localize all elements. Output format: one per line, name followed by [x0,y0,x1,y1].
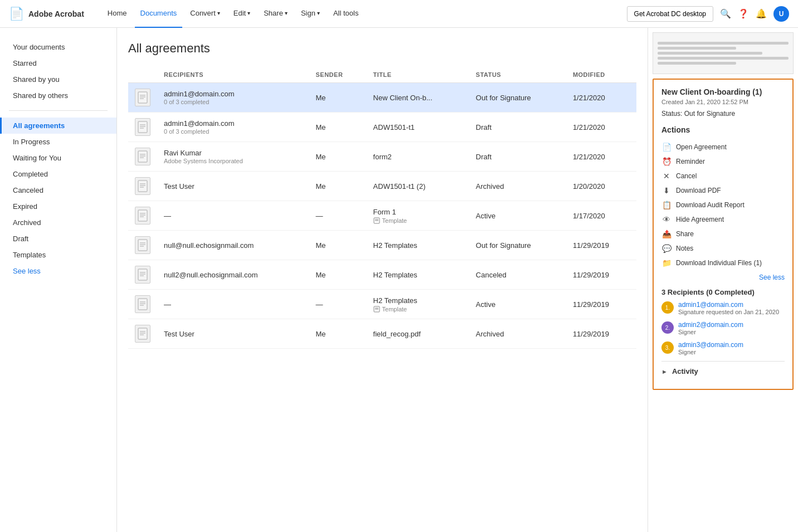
recipient-name: Test User [164,182,303,191]
sender-cell: — [309,201,367,231]
svg-rect-31 [138,299,147,310]
table-row[interactable]: admin1@domain.com0 of 3 completedMeNew C… [128,83,636,113]
share-chevron-icon: ▾ [285,10,288,16]
actions-list: 📄Open Agreement⏰Reminder✕Cancel⬇Download… [661,140,785,270]
recipients-title: 3 Recipients (0 Completed) [661,288,785,296]
table-row[interactable]: ——Form 1 TemplateActive1/17/2020 [128,201,636,231]
modified-cell: 1/21/2020 [566,113,636,142]
col-status[interactable]: STATUS [469,67,566,83]
recipient-info-1: admin2@domain.com Signer [678,321,743,335]
action-item-2[interactable]: ✕Cancel [661,169,785,183]
action-item-6[interactable]: 📤Share [661,227,785,241]
action-label-0: Open Agreement [676,143,727,151]
detail-created: Created Jan 21, 2020 12:52 PM [661,99,785,105]
recipient-sub: 0 of 3 completed [164,99,303,105]
recipient-name: Test User [164,330,303,338]
doc-icon-cell [128,260,157,290]
sign-chevron-icon: ▾ [317,10,320,16]
svg-rect-38 [138,328,147,339]
sender-cell: Me [309,142,367,172]
doc-icon-cell [128,172,157,201]
sidebar-item-in-progress[interactable]: In Progress [0,134,116,150]
recipient-item-2: 3. admin3@domain.com Signer [661,341,785,355]
table-row[interactable]: Test UserMeADW1501-t1 (2)Archived1/20/20… [128,172,636,201]
recipient-email-1[interactable]: admin2@domain.com [678,321,743,329]
nav-documents[interactable]: Documents [135,0,183,28]
action-item-5[interactable]: 👁Hide Agreement [661,212,785,227]
sidebar-item-your-documents[interactable]: Your documents [0,39,116,55]
nav-convert[interactable]: Convert▾ [184,0,226,28]
sidebar-item-shared-by-others[interactable]: Shared by others [0,87,116,104]
doc-icon [135,325,150,343]
doc-icon-cell [128,142,157,172]
col-sender[interactable]: SENDER [309,67,367,83]
doc-icon-cell [128,231,157,260]
nav-all-tools[interactable]: All tools [328,0,364,28]
table-row[interactable]: null@null.echosignmail.comMeH2 Templates… [128,231,636,260]
activity-row[interactable]: ► Activity [661,361,785,381]
status-label: Status: [661,110,682,118]
table-row[interactable]: admin1@domain.com0 of 3 completedMeADW15… [128,113,636,142]
title-name: H2 Templates [373,241,463,250]
get-desktop-button[interactable]: Get Acrobat DC desktop [627,6,713,22]
logo[interactable]: 📄 Adobe Acrobat [9,7,84,21]
action-item-0[interactable]: 📄Open Agreement [661,140,785,154]
action-item-4[interactable]: 📋Download Audit Report [661,198,785,212]
thumb-line-1 [658,42,789,45]
avatar[interactable]: U [773,6,789,22]
sidebar-item-canceled[interactable]: Canceled [0,182,116,198]
table-row[interactable]: Ravi KumarAdobe Systems IncorporatedMefo… [128,142,636,172]
modified-cell: 1/17/2020 [566,201,636,231]
action-item-3[interactable]: ⬇Download PDF [661,183,785,198]
col-title[interactable]: TITLE [367,67,469,83]
action-label-5: Hide Agreement [676,216,724,223]
doc-icon [135,236,150,254]
nav-sign[interactable]: Sign▾ [295,0,325,28]
sidebar-item-archived[interactable]: Archived [0,214,116,231]
recipient-name: admin1@domain.com [164,119,303,128]
sidebar-item-shared-by-you[interactable]: Shared by you [0,71,116,87]
sidebar-item-templates[interactable]: Templates [0,247,116,263]
sidebar-item-see-less[interactable]: See less [0,263,116,279]
action-label-7: Notes [676,245,693,252]
sidebar-item-expired[interactable]: Expired [0,198,116,214]
see-less-link[interactable]: See less [661,274,785,281]
search-icon[interactable]: 🔍 [720,8,731,19]
recipient-email-0[interactable]: admin1@domain.com [678,301,779,309]
recipient-sub: 0 of 3 completed [164,128,303,135]
sender-cell: Me [309,172,367,201]
recipient-name: null@null.echosignmail.com [164,241,303,250]
col-recipients[interactable]: RECIPIENTS [157,67,309,83]
recipient-info-2: admin3@domain.com Signer [678,341,743,355]
recipient-role-1: Signer [678,329,743,335]
sidebar: Your documents Starred Shared by you Sha… [0,28,117,532]
table-row[interactable]: Test UserMefield_recog.pdfArchived11/29/… [128,319,636,349]
action-item-1[interactable]: ⏰Reminder [661,154,785,169]
action-label-2: Cancel [676,172,697,180]
action-icon-8: 📁 [661,258,672,267]
recipient-name: null2@null.echosignmail.com [164,271,303,279]
col-modified[interactable]: MODIFIED [566,67,636,83]
notification-icon[interactable]: 🔔 [756,8,767,19]
svg-rect-4 [138,121,147,133]
status-cell: Active [469,201,566,231]
table-header-row: RECIPIENTS SENDER TITLE STATUS MODIFIED [128,67,636,83]
table-row[interactable]: null2@null.echosignmail.comMeH2 Template… [128,260,636,290]
table-row[interactable]: ——H2 Templates TemplateActive11/29/2019 [128,290,636,319]
recipient-item-1: 2. admin2@domain.com Signer [661,321,785,335]
sidebar-item-starred[interactable]: Starred [0,55,116,71]
sidebar-item-completed[interactable]: Completed [0,166,116,182]
recipient-email-2[interactable]: admin3@domain.com [678,341,743,349]
sidebar-item-waiting-for-you[interactable]: Waiting for You [0,150,116,166]
sidebar-item-all-agreements[interactable]: All agreements [0,118,116,134]
nav-share[interactable]: Share▾ [258,0,293,28]
nav-home[interactable]: Home [102,0,133,28]
action-item-7[interactable]: 💬Notes [661,241,785,256]
nav-edit[interactable]: Edit▾ [228,0,256,28]
sidebar-item-draft[interactable]: Draft [0,231,116,247]
recipient-role-2: Signer [678,349,743,355]
action-item-8[interactable]: 📁Download Individual Files (1) [661,256,785,270]
thumb-line-2 [658,47,736,50]
help-icon[interactable]: ❓ [738,8,749,19]
title-name: H2 Templates [373,296,463,305]
